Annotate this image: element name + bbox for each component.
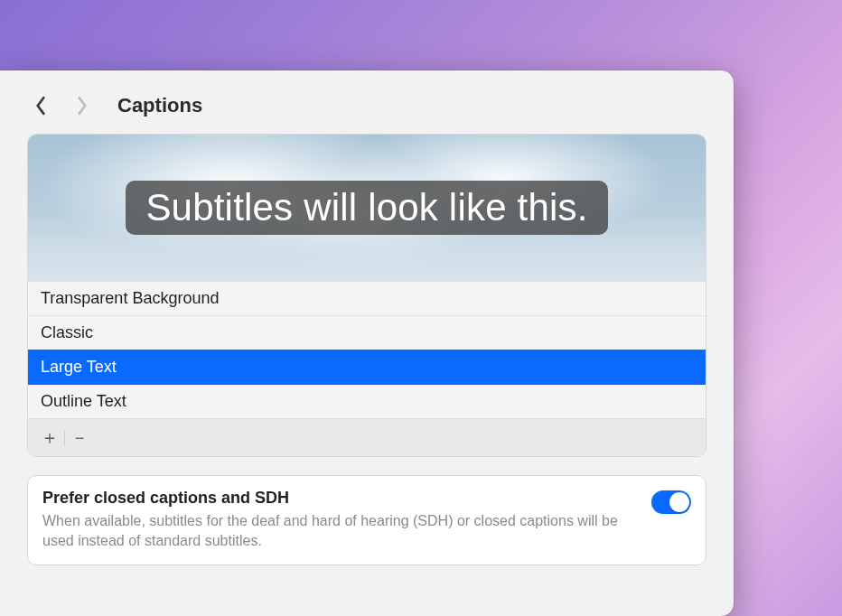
desktop-background: Captions Subtitles will look like this. … [0,0,842,616]
style-row-large-text[interactable]: Large Text [28,350,706,384]
style-row-label: Classic [41,323,93,342]
remove-style-button[interactable]: － [65,425,94,451]
captions-settings-window: Captions Subtitles will look like this. … [0,70,734,616]
pref-description: When available, subtitles for the deaf a… [42,511,637,550]
toggle-knob [669,492,689,512]
style-row-label: Outline Text [41,392,126,411]
nav-arrows [33,96,90,116]
add-style-button[interactable]: ＋ [35,425,64,451]
titlebar: Captions [27,85,706,134]
prefer-closed-captions-card: Prefer closed captions and SDH When avai… [27,475,706,565]
forward-button[interactable] [74,96,90,116]
pref-title: Prefer closed captions and SDH [42,489,637,508]
chevron-right-icon [74,96,90,116]
minus-icon: － [70,425,89,450]
style-row-classic[interactable]: Classic [28,315,706,350]
style-row-label: Large Text [41,358,117,377]
style-row-label: Transparent Background [41,289,219,308]
back-button[interactable] [33,96,49,116]
caption-style-list: Transparent Background Classic Large Tex… [28,281,706,418]
chevron-left-icon [33,96,49,116]
prefer-closed-captions-toggle[interactable] [651,490,691,514]
pref-text: Prefer closed captions and SDH When avai… [42,489,637,550]
plus-icon: ＋ [41,425,59,450]
page-title: Captions [117,94,202,117]
subtitle-sample-text: Subtitles will look like this. [126,181,607,235]
style-row-outline-text[interactable]: Outline Text [28,384,706,418]
caption-style-card: Subtitles will look like this. Transpare… [27,134,706,457]
caption-preview: Subtitles will look like this. [28,135,706,281]
style-list-footer: ＋ － [28,418,706,456]
style-row-transparent-background[interactable]: Transparent Background [28,281,706,315]
